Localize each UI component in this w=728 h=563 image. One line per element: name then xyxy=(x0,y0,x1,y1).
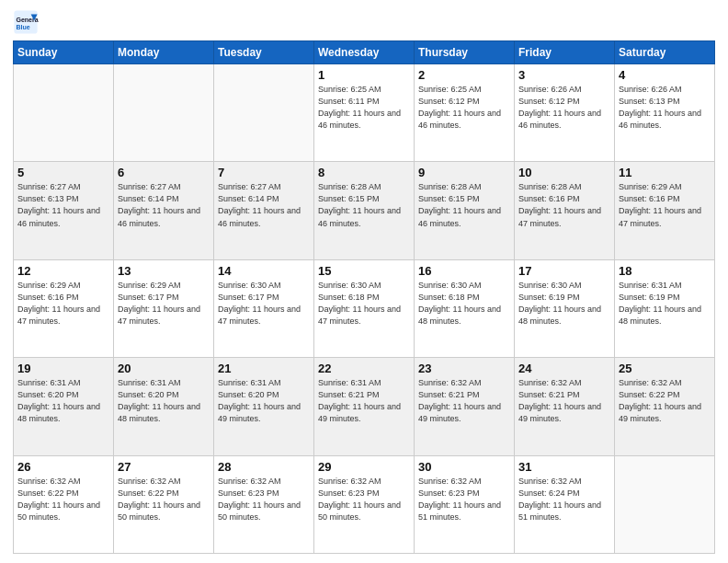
day-info: Sunrise: 6:32 AMSunset: 6:22 PMDaylight:… xyxy=(17,476,109,523)
day-info: Sunrise: 6:29 AMSunset: 6:16 PMDaylight:… xyxy=(619,181,711,229)
calendar-day-cell: 5 Sunrise: 6:27 AMSunset: 6:13 PMDayligh… xyxy=(14,162,114,259)
calendar-day-cell: 25 Sunrise: 6:32 AMSunset: 6:22 PMDaylig… xyxy=(615,358,715,455)
calendar-day-cell: 21 Sunrise: 6:31 AMSunset: 6:20 PMDaylig… xyxy=(214,358,314,455)
day-info: Sunrise: 6:29 AMSunset: 6:16 PMDaylight:… xyxy=(17,280,109,327)
day-number: 19 xyxy=(17,362,109,375)
day-number: 2 xyxy=(418,68,510,82)
day-number: 26 xyxy=(17,460,109,474)
calendar-week-row: 5 Sunrise: 6:27 AMSunset: 6:13 PMDayligh… xyxy=(14,162,715,259)
calendar-day-cell: 6 Sunrise: 6:27 AMSunset: 6:14 PMDayligh… xyxy=(114,162,214,259)
day-info: Sunrise: 6:32 AMSunset: 6:21 PMDaylight:… xyxy=(418,377,510,425)
weekday-header-tuesday: Tuesday xyxy=(214,41,314,64)
day-number: 30 xyxy=(418,460,510,474)
svg-text:Blue: Blue xyxy=(17,24,30,30)
weekday-header-friday: Friday xyxy=(515,41,615,64)
calendar-day-cell: 24 Sunrise: 6:32 AMSunset: 6:21 PMDaylig… xyxy=(515,358,615,455)
calendar-week-row: 19 Sunrise: 6:31 AMSunset: 6:20 PMDaylig… xyxy=(14,358,715,455)
calendar-day-cell xyxy=(114,64,214,162)
day-number: 14 xyxy=(218,264,310,278)
calendar-day-cell: 8 Sunrise: 6:28 AMSunset: 6:15 PMDayligh… xyxy=(314,162,415,259)
calendar-day-cell: 11 Sunrise: 6:29 AMSunset: 6:16 PMDaylig… xyxy=(615,162,715,259)
day-number: 7 xyxy=(218,166,310,179)
day-number: 18 xyxy=(619,264,711,278)
calendar-day-cell: 9 Sunrise: 6:28 AMSunset: 6:15 PMDayligh… xyxy=(415,162,515,259)
weekday-header-saturday: Saturday xyxy=(615,41,715,64)
calendar-day-cell: 31 Sunrise: 6:32 AMSunset: 6:24 PMDaylig… xyxy=(515,455,615,553)
day-number: 15 xyxy=(318,264,410,278)
day-number: 5 xyxy=(17,166,109,179)
day-number: 23 xyxy=(418,362,510,375)
page-header: General Blue xyxy=(13,9,715,35)
calendar-day-cell: 15 Sunrise: 6:30 AMSunset: 6:18 PMDaylig… xyxy=(314,259,415,357)
calendar-day-cell: 3 Sunrise: 6:26 AMSunset: 6:12 PMDayligh… xyxy=(515,64,615,162)
day-info: Sunrise: 6:31 AMSunset: 6:20 PMDaylight:… xyxy=(118,377,210,425)
calendar-day-cell: 26 Sunrise: 6:32 AMSunset: 6:22 PMDaylig… xyxy=(14,455,114,553)
day-number: 11 xyxy=(619,166,711,179)
calendar-day-cell: 13 Sunrise: 6:29 AMSunset: 6:17 PMDaylig… xyxy=(114,259,214,357)
day-info: Sunrise: 6:31 AMSunset: 6:21 PMDaylight:… xyxy=(318,377,410,425)
day-info: Sunrise: 6:31 AMSunset: 6:20 PMDaylight:… xyxy=(218,377,310,425)
day-number: 1 xyxy=(318,68,410,82)
day-info: Sunrise: 6:30 AMSunset: 6:18 PMDaylight:… xyxy=(418,280,510,327)
calendar-day-cell xyxy=(214,64,314,162)
weekday-header-sunday: Sunday xyxy=(14,41,114,64)
calendar-day-cell xyxy=(14,64,114,162)
day-info: Sunrise: 6:30 AMSunset: 6:18 PMDaylight:… xyxy=(318,280,410,327)
day-number: 8 xyxy=(318,166,410,179)
day-info: Sunrise: 6:32 AMSunset: 6:23 PMDaylight:… xyxy=(318,476,410,523)
day-info: Sunrise: 6:32 AMSunset: 6:23 PMDaylight:… xyxy=(218,476,310,523)
logo: General Blue xyxy=(13,9,40,35)
day-number: 9 xyxy=(418,166,510,179)
calendar-day-cell: 10 Sunrise: 6:28 AMSunset: 6:16 PMDaylig… xyxy=(515,162,615,259)
day-info: Sunrise: 6:32 AMSunset: 6:21 PMDaylight:… xyxy=(518,377,610,425)
day-info: Sunrise: 6:32 AMSunset: 6:24 PMDaylight:… xyxy=(518,476,610,523)
day-number: 17 xyxy=(518,264,610,278)
day-number: 3 xyxy=(518,68,610,82)
day-info: Sunrise: 6:32 AMSunset: 6:23 PMDaylight:… xyxy=(418,476,510,523)
calendar-day-cell: 12 Sunrise: 6:29 AMSunset: 6:16 PMDaylig… xyxy=(14,259,114,357)
calendar-table: SundayMondayTuesdayWednesdayThursdayFrid… xyxy=(13,40,715,554)
day-info: Sunrise: 6:25 AMSunset: 6:12 PMDaylight:… xyxy=(418,84,510,132)
day-info: Sunrise: 6:31 AMSunset: 6:19 PMDaylight:… xyxy=(619,280,711,327)
calendar-day-cell: 17 Sunrise: 6:30 AMSunset: 6:19 PMDaylig… xyxy=(515,259,615,357)
calendar-day-cell: 16 Sunrise: 6:30 AMSunset: 6:18 PMDaylig… xyxy=(415,259,515,357)
calendar-day-cell: 19 Sunrise: 6:31 AMSunset: 6:20 PMDaylig… xyxy=(14,358,114,455)
day-number: 29 xyxy=(318,460,410,474)
day-number: 13 xyxy=(118,264,210,278)
day-number: 20 xyxy=(118,362,210,375)
day-info: Sunrise: 6:27 AMSunset: 6:14 PMDaylight:… xyxy=(218,181,310,229)
calendar-day-cell: 20 Sunrise: 6:31 AMSunset: 6:20 PMDaylig… xyxy=(114,358,214,455)
day-info: Sunrise: 6:27 AMSunset: 6:14 PMDaylight:… xyxy=(118,181,210,229)
calendar-week-row: 26 Sunrise: 6:32 AMSunset: 6:22 PMDaylig… xyxy=(14,455,715,553)
calendar-header-row: SundayMondayTuesdayWednesdayThursdayFrid… xyxy=(14,41,715,64)
day-info: Sunrise: 6:28 AMSunset: 6:15 PMDaylight:… xyxy=(418,181,510,229)
calendar-day-cell: 7 Sunrise: 6:27 AMSunset: 6:14 PMDayligh… xyxy=(214,162,314,259)
day-number: 4 xyxy=(619,68,711,82)
calendar-day-cell: 22 Sunrise: 6:31 AMSunset: 6:21 PMDaylig… xyxy=(314,358,415,455)
calendar-week-row: 1 Sunrise: 6:25 AMSunset: 6:11 PMDayligh… xyxy=(14,64,715,162)
calendar-day-cell: 18 Sunrise: 6:31 AMSunset: 6:19 PMDaylig… xyxy=(615,259,715,357)
day-number: 24 xyxy=(518,362,610,375)
day-info: Sunrise: 6:28 AMSunset: 6:16 PMDaylight:… xyxy=(518,181,610,229)
day-info: Sunrise: 6:25 AMSunset: 6:11 PMDaylight:… xyxy=(318,84,410,132)
calendar-week-row: 12 Sunrise: 6:29 AMSunset: 6:16 PMDaylig… xyxy=(14,259,715,357)
calendar-day-cell: 14 Sunrise: 6:30 AMSunset: 6:17 PMDaylig… xyxy=(214,259,314,357)
day-info: Sunrise: 6:26 AMSunset: 6:13 PMDaylight:… xyxy=(619,84,711,132)
calendar-day-cell: 4 Sunrise: 6:26 AMSunset: 6:13 PMDayligh… xyxy=(615,64,715,162)
day-info: Sunrise: 6:26 AMSunset: 6:12 PMDaylight:… xyxy=(518,84,610,132)
day-info: Sunrise: 6:27 AMSunset: 6:13 PMDaylight:… xyxy=(17,181,109,229)
weekday-header-wednesday: Wednesday xyxy=(314,41,415,64)
calendar-day-cell: 28 Sunrise: 6:32 AMSunset: 6:23 PMDaylig… xyxy=(214,455,314,553)
day-number: 25 xyxy=(619,362,711,375)
calendar-day-cell: 29 Sunrise: 6:32 AMSunset: 6:23 PMDaylig… xyxy=(314,455,415,553)
calendar-day-cell: 27 Sunrise: 6:32 AMSunset: 6:22 PMDaylig… xyxy=(114,455,214,553)
day-info: Sunrise: 6:29 AMSunset: 6:17 PMDaylight:… xyxy=(118,280,210,327)
day-number: 16 xyxy=(418,264,510,278)
day-number: 12 xyxy=(17,264,109,278)
day-number: 21 xyxy=(218,362,310,375)
weekday-header-monday: Monday xyxy=(114,41,214,64)
day-info: Sunrise: 6:30 AMSunset: 6:19 PMDaylight:… xyxy=(518,280,610,327)
calendar-day-cell xyxy=(615,455,715,553)
day-number: 28 xyxy=(218,460,310,474)
day-info: Sunrise: 6:28 AMSunset: 6:15 PMDaylight:… xyxy=(318,181,410,229)
